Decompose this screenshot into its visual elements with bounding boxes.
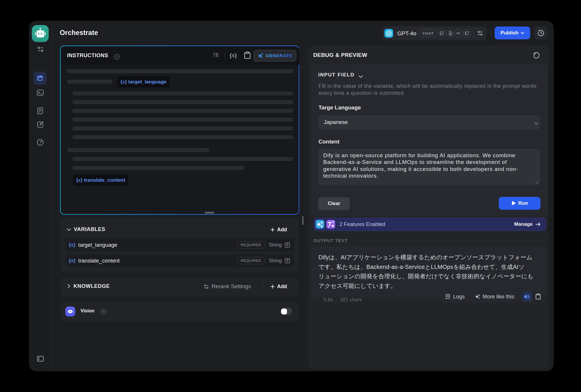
svg-text:?: ? [102, 310, 104, 314]
svg-text:?: ? [116, 55, 118, 59]
